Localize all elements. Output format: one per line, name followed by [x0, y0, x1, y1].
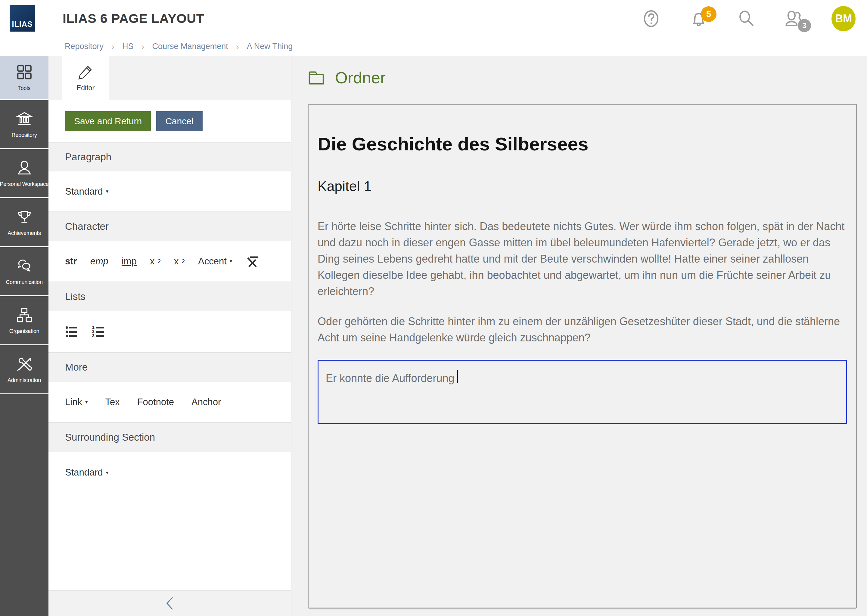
- pencil-icon: [77, 64, 94, 80]
- breadcrumb-repository[interactable]: Repository: [65, 42, 104, 51]
- help-button[interactable]: [641, 9, 661, 28]
- cancel-button[interactable]: Cancel: [156, 111, 202, 131]
- sidebar-item-label: Organisation: [9, 328, 39, 335]
- search-button[interactable]: [736, 9, 756, 28]
- sidebar-item-communication[interactable]: Communication: [0, 247, 49, 296]
- editor-panel-filler: [49, 493, 291, 590]
- section-lists-header: Lists: [49, 281, 291, 311]
- ilias-logo-text: ILIAS: [12, 20, 33, 28]
- page-title-header: ILIAS 6 PAGE LAYOUT: [63, 11, 204, 26]
- top-header: ILIAS ILIAS 6 PAGE LAYOUT 5: [0, 0, 867, 37]
- section-more-header: More: [49, 352, 291, 382]
- subscript-base: x: [174, 256, 179, 267]
- clear-formatting-button[interactable]: [245, 255, 259, 268]
- sidebar-item-tools[interactable]: Tools: [0, 56, 49, 100]
- clear-formatting-icon: [245, 255, 259, 268]
- contacts-button[interactable]: 3: [784, 9, 804, 28]
- story-paragraph-2: Oder gehörten die Schritte hinter ihm zu…: [318, 313, 847, 346]
- link-label: Link: [65, 397, 82, 407]
- main-sidebar: Tools Repository Personal Workspace: [0, 56, 49, 616]
- tex-button[interactable]: Tex: [105, 397, 120, 407]
- sidebar-item-label: Repository: [11, 132, 37, 138]
- link-dropdown[interactable]: Link ▾: [65, 397, 88, 407]
- breadcrumb-separator-icon: ›: [111, 41, 114, 52]
- superscript-button[interactable]: x2: [150, 256, 161, 267]
- emphasis-button[interactable]: emp: [90, 256, 109, 267]
- notifications-badge: 5: [701, 6, 716, 22]
- editor-panel-footer: [49, 590, 291, 616]
- breadcrumb-course-management[interactable]: Course Management: [152, 42, 228, 51]
- chevron-down-icon: ▾: [85, 399, 88, 405]
- story-paragraph-1: Er hörte leise Schritte hinter sich. Das…: [318, 218, 847, 300]
- ilias-logo[interactable]: ILIAS: [9, 5, 35, 31]
- paragraph-style-dropdown[interactable]: Standard ▾: [65, 186, 109, 197]
- chevron-left-icon: [167, 597, 172, 610]
- main-content: Ordner Die Geschichte des Silbersees Kap…: [292, 56, 867, 616]
- bullet-list-icon: [65, 325, 80, 338]
- strong-button[interactable]: str: [65, 256, 77, 267]
- tab-editor-label: Editor: [76, 84, 95, 92]
- sidebar-item-repository[interactable]: Repository: [0, 100, 49, 149]
- breadcrumb-hs[interactable]: HS: [122, 42, 134, 51]
- footnote-button[interactable]: Footnote: [137, 397, 174, 407]
- anchor-button[interactable]: Anchor: [191, 397, 221, 407]
- section-character-row: str emp imp x2 x2 Accent ▾: [49, 241, 291, 281]
- trophy-icon: [16, 209, 33, 226]
- surrounding-style-value: Standard: [65, 467, 103, 478]
- section-character-header: Character: [49, 211, 291, 241]
- breadcrumb-a-new-thing[interactable]: A New Thing: [247, 42, 293, 51]
- grid-icon: [16, 63, 33, 81]
- breadcrumb-separator-icon: ›: [236, 41, 239, 52]
- sidebar-item-label: Achievements: [8, 230, 41, 236]
- chat-bubbles-icon: [16, 258, 33, 275]
- section-lists-row: 1 2 3: [49, 311, 291, 352]
- paragraph-edit-area[interactable]: Er konnte die Aufforderung: [318, 360, 847, 424]
- svg-text:3: 3: [92, 333, 95, 338]
- object-title: Ordner: [335, 68, 386, 87]
- avatar[interactable]: BM: [831, 6, 856, 31]
- subscript-idx: 2: [181, 258, 185, 265]
- sidebar-item-organisation[interactable]: Organisation: [0, 296, 49, 345]
- sidebar-item-label: Tools: [18, 85, 30, 91]
- superscript-base: x: [150, 256, 155, 267]
- help-icon: [642, 9, 660, 28]
- person-icon: [16, 159, 33, 177]
- superscript-exp: 2: [158, 258, 161, 265]
- chevron-down-icon: ▾: [106, 470, 109, 476]
- bullet-list-button[interactable]: [65, 325, 80, 338]
- surrounding-style-dropdown[interactable]: Standard ▾: [65, 467, 109, 478]
- editing-text: Er konnte die Aufforderung: [326, 372, 455, 384]
- editor-panel: Editor Save and Return Cancel Paragraph …: [49, 56, 292, 616]
- story-heading: Die Geschichte des Silbersees: [318, 133, 847, 155]
- notifications-button[interactable]: 5: [689, 9, 709, 28]
- editor-actions: Save and Return Cancel: [49, 100, 291, 142]
- section-more-row: Link ▾ Tex Footnote Anchor: [49, 382, 291, 422]
- accent-label: Accent: [198, 256, 227, 267]
- sidebar-item-administration[interactable]: Administration: [0, 345, 49, 394]
- tab-editor[interactable]: Editor: [62, 56, 109, 100]
- section-paragraph-row: Standard ▾: [49, 171, 291, 211]
- section-surrounding-header: Surrounding Section: [49, 422, 291, 452]
- org-chart-icon: [16, 306, 33, 324]
- page-editor-canvas[interactable]: Die Geschichte des Silbersees Kapitel 1 …: [308, 104, 857, 608]
- section-paragraph-header: Paragraph: [49, 142, 291, 171]
- save-and-return-button[interactable]: Save and Return: [65, 111, 151, 131]
- object-title-row: Ordner: [308, 68, 857, 87]
- subscript-button[interactable]: x2: [174, 256, 185, 267]
- sidebar-filler: [0, 394, 49, 616]
- numbered-list-button[interactable]: 1 2 3: [92, 325, 108, 338]
- chevron-down-icon: ▾: [106, 188, 109, 195]
- collapse-panel-button[interactable]: [165, 596, 174, 611]
- accent-dropdown[interactable]: Accent ▾: [198, 256, 232, 267]
- section-surrounding-row: Standard ▾: [49, 452, 291, 493]
- sidebar-item-personal-workspace[interactable]: Personal Workspace: [0, 149, 49, 198]
- sidebar-item-achievements[interactable]: Achievements: [0, 198, 49, 247]
- editor-tabbar: Editor: [49, 56, 291, 100]
- search-icon: [737, 9, 756, 28]
- text-cursor: [457, 370, 458, 383]
- sidebar-item-label: Personal Workspace: [0, 181, 49, 187]
- story-chapter: Kapitel 1: [318, 178, 847, 194]
- crossed-tools-icon: [16, 355, 33, 373]
- breadcrumb: Repository › HS › Course Management › A …: [0, 37, 867, 56]
- important-button[interactable]: imp: [121, 256, 137, 267]
